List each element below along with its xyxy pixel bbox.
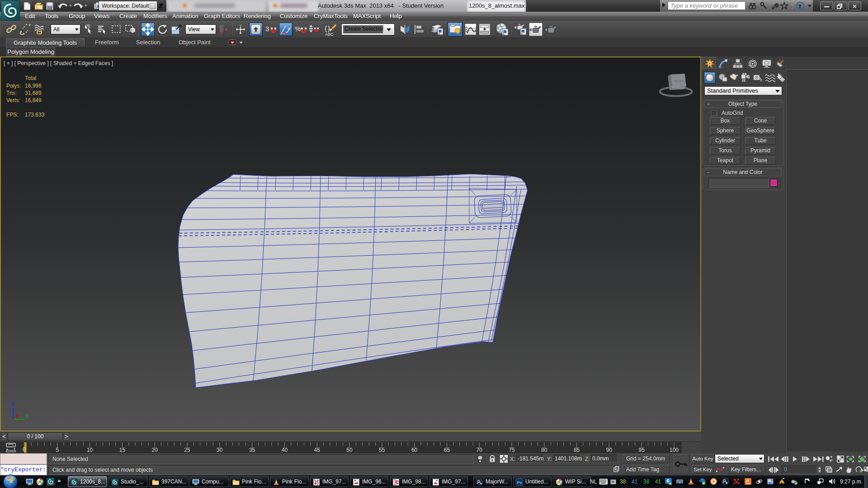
svg-text:80: 80 bbox=[541, 447, 547, 453]
svg-text:50: 50 bbox=[346, 447, 353, 453]
svg-text:Ps: Ps bbox=[517, 480, 522, 485]
svg-text:}: } bbox=[328, 24, 330, 32]
svg-text:Z: Z bbox=[11, 401, 14, 406]
svg-text:65: 65 bbox=[444, 447, 450, 453]
svg-text:10: 10 bbox=[87, 447, 93, 453]
svg-text:?: ? bbox=[799, 3, 802, 9]
svg-text:70: 70 bbox=[476, 447, 483, 453]
svg-text:{: { bbox=[325, 24, 327, 32]
svg-text:100: 100 bbox=[670, 447, 679, 453]
svg-text:45: 45 bbox=[314, 447, 321, 453]
svg-text:90: 90 bbox=[606, 447, 613, 453]
svg-text:55: 55 bbox=[379, 447, 385, 453]
svg-text:60: 60 bbox=[411, 447, 418, 453]
svg-text:40: 40 bbox=[282, 447, 288, 453]
svg-text:35: 35 bbox=[249, 447, 255, 453]
svg-text:25: 25 bbox=[184, 447, 190, 453]
svg-text:ABC: ABC bbox=[325, 32, 334, 37]
svg-text:15: 15 bbox=[119, 447, 126, 453]
svg-text:Y: Y bbox=[25, 413, 29, 418]
svg-text:RIGHT: RIGHT bbox=[674, 79, 685, 83]
svg-text:85: 85 bbox=[574, 447, 580, 453]
svg-text:75: 75 bbox=[509, 447, 515, 453]
svg-text:30: 30 bbox=[217, 447, 223, 453]
svg-text:5: 5 bbox=[56, 447, 59, 453]
svg-text:X: X bbox=[16, 413, 20, 419]
svg-text:95: 95 bbox=[639, 447, 645, 453]
svg-text:20: 20 bbox=[152, 447, 158, 453]
